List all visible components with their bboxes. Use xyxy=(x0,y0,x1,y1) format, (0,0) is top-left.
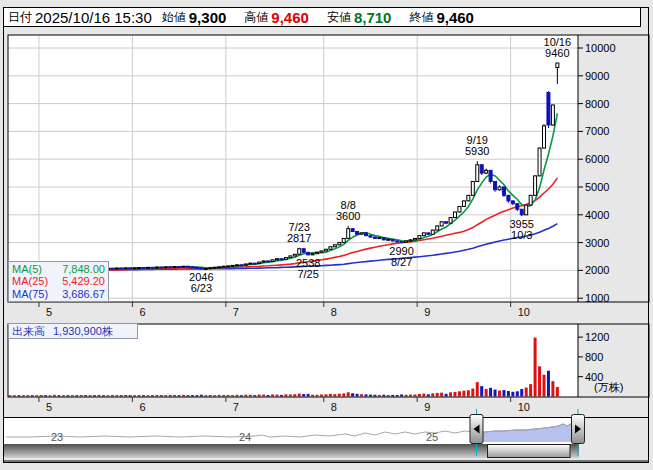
stock-chart-app: 20466/237/23281725387/258/8360029908/279… xyxy=(0,0,653,470)
high-label: 高値 xyxy=(244,9,268,26)
ma25-label: MA(25) xyxy=(12,275,48,287)
ma75-row: MA(75) 3,686.67 xyxy=(12,288,105,300)
ma5-label: MA(5) xyxy=(12,263,42,275)
ma5-row: MA(5) 7,848.00 xyxy=(12,263,105,275)
open-label: 始値 xyxy=(162,9,186,26)
low-value: 8,710 xyxy=(354,9,392,26)
volume-value: 1,930,900株 xyxy=(53,324,113,339)
volume-readout: 出来高 1,930,900株 xyxy=(8,323,138,339)
ma-legend: MA(5) 7,848.00 MA(25) 5,429.20 MA(75) 3,… xyxy=(8,261,109,302)
ma25-row: MA(25) 5,429.20 xyxy=(12,275,105,287)
ma75-value: 3,686.67 xyxy=(62,288,105,300)
low-label: 安値 xyxy=(327,9,351,26)
open-value: 9,300 xyxy=(189,9,227,26)
date-value: 2025/10/16 15:30 xyxy=(35,9,152,26)
close-value: 9,460 xyxy=(436,9,474,26)
volume-label: 出来高 xyxy=(12,324,45,339)
ma25-value: 5,429.20 xyxy=(62,275,105,287)
close-label: 終値 xyxy=(409,9,433,26)
date-label: 日付 xyxy=(8,9,32,26)
page-frame xyxy=(3,7,649,463)
ma75-label: MA(75) xyxy=(12,288,48,300)
ma5-value: 7,848.00 xyxy=(62,263,105,275)
quote-header: 日付 2025/10/16 15:30 始値 9,300 高値 9,460 安値… xyxy=(3,7,641,27)
high-value: 9,460 xyxy=(271,9,309,26)
